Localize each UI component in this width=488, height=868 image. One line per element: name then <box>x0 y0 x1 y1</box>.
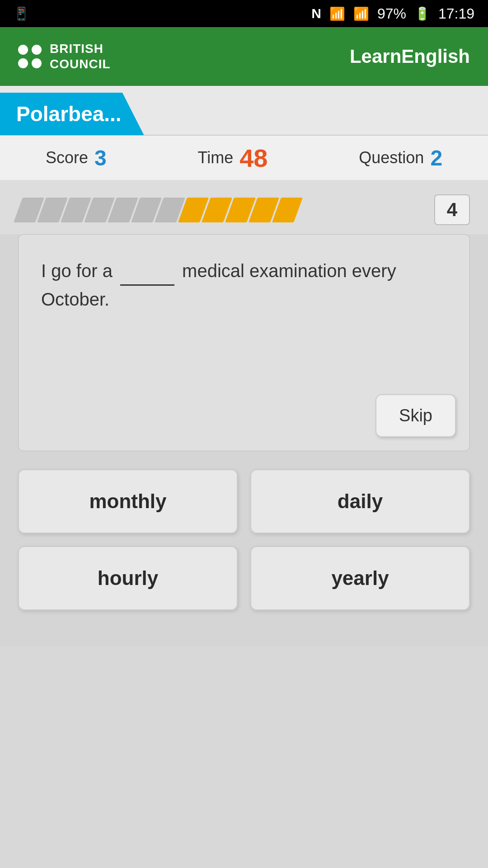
polarbear-tab: Polarbea... <box>0 93 144 135</box>
wifi-icon: 📶 <box>329 6 345 21</box>
time-text: 17:19 <box>438 5 474 22</box>
signal-icon: 📶 <box>353 6 369 21</box>
device-icon: 📱 <box>14 7 29 21</box>
time-label: Time <box>197 148 233 167</box>
skip-button[interactable]: Skip <box>375 394 456 437</box>
bc-dot-1 <box>18 45 28 55</box>
score-label: Score <box>46 148 88 167</box>
status-bar: 📱 N 📶 📶 97% 🔋 17:19 <box>0 0 488 27</box>
battery-icon: 🔋 <box>414 6 430 21</box>
question-value: 2 <box>430 146 442 170</box>
answer-button-daily[interactable]: daily <box>250 469 470 533</box>
time-item: Time 48 <box>197 143 267 173</box>
polarbear-label: Polarbea... <box>16 102 122 126</box>
question-label: Question <box>359 148 424 167</box>
answers-grid: monthlydailyhourlyyearly <box>0 451 488 628</box>
question-text: I go for a medical examination every Oct… <box>41 257 447 313</box>
progress-area: 4 <box>0 181 488 234</box>
question-card: I go for a medical examination every Oct… <box>18 234 470 451</box>
bc-dot-2 <box>32 45 42 55</box>
english-text: English <box>401 46 470 67</box>
polarbear-wrapper: Polarbea... <box>0 86 488 136</box>
score-item: Score 3 <box>46 146 107 170</box>
time-value: 48 <box>239 143 267 173</box>
score-bar: Score 3 Time 48 Question 2 <box>0 136 488 181</box>
bc-dot-3 <box>18 58 28 68</box>
answer-button-yearly[interactable]: yearly <box>250 546 470 610</box>
main-content: 4 I go for a medical examination every O… <box>0 181 488 646</box>
answer-button-hourly[interactable]: hourly <box>18 546 238 610</box>
brand-name: BRITISH COUNCIL <box>50 41 111 71</box>
learn-text: Learn <box>350 46 401 67</box>
answer-button-monthly[interactable]: monthly <box>18 469 238 533</box>
blank <box>120 257 174 286</box>
progress-stripes <box>18 198 430 222</box>
bc-dot-4 <box>32 58 42 68</box>
score-value: 3 <box>94 146 107 170</box>
learn-english-logo: LearnEnglish <box>350 46 470 67</box>
app-header: BRITISH COUNCIL LearnEnglish <box>0 27 488 86</box>
progress-count: 4 <box>434 194 470 225</box>
bc-dots-grid <box>18 45 42 68</box>
battery-text: 97% <box>377 5 406 22</box>
n-icon: N <box>311 6 321 21</box>
british-council-logo: BRITISH COUNCIL <box>18 41 111 71</box>
question-item: Question 2 <box>359 146 442 170</box>
